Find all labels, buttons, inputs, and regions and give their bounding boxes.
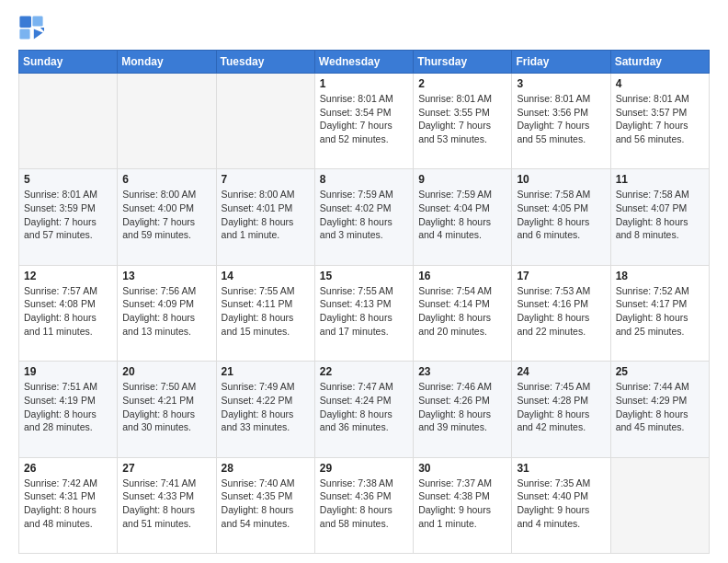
calendar-cell: 25Sunrise: 7:44 AM Sunset: 4:29 PM Dayli… [610, 362, 709, 457]
day-number: 31 [517, 462, 605, 475]
calendar-cell: 24Sunrise: 7:45 AM Sunset: 4:28 PM Dayli… [512, 362, 610, 457]
day-of-week-header: Tuesday [216, 51, 314, 74]
day-number: 13 [122, 270, 210, 282]
page: SundayMondayTuesdayWednesdayThursdayFrid… [0, 0, 728, 563]
calendar-cell: 21Sunrise: 7:49 AM Sunset: 4:22 PM Dayli… [216, 362, 314, 457]
day-number: 2 [418, 77, 506, 90]
calendar-cell: 11Sunrise: 7:58 AM Sunset: 4:07 PM Dayli… [610, 169, 709, 265]
calendar-cell: 8Sunrise: 7:59 AM Sunset: 4:02 PM Daylig… [314, 169, 413, 265]
calendar-cell: 14Sunrise: 7:55 AM Sunset: 4:11 PM Dayli… [216, 265, 314, 361]
calendar-cell: 19Sunrise: 7:51 AM Sunset: 4:19 PM Dayli… [19, 362, 118, 457]
day-info: Sunrise: 8:01 AM Sunset: 3:55 PM Dayligh… [418, 92, 506, 146]
day-info: Sunrise: 7:54 AM Sunset: 4:14 PM Dayligh… [418, 284, 506, 339]
day-number: 17 [517, 270, 605, 282]
day-number: 8 [320, 173, 408, 186]
day-info: Sunrise: 7:58 AM Sunset: 4:07 PM Dayligh… [616, 188, 704, 242]
day-info: Sunrise: 7:52 AM Sunset: 4:17 PM Dayligh… [616, 284, 704, 339]
calendar-cell: 9Sunrise: 7:59 AM Sunset: 4:04 PM Daylig… [414, 169, 512, 265]
day-info: Sunrise: 7:46 AM Sunset: 4:26 PM Dayligh… [418, 380, 506, 434]
day-info: Sunrise: 7:47 AM Sunset: 4:24 PM Dayligh… [320, 380, 408, 434]
calendar-cell: 22Sunrise: 7:47 AM Sunset: 4:24 PM Dayli… [314, 362, 413, 457]
calendar-cell: 4Sunrise: 8:01 AM Sunset: 3:57 PM Daylig… [610, 74, 709, 169]
header [18, 15, 710, 40]
logo-icon [18, 15, 44, 40]
day-number: 11 [616, 173, 704, 186]
calendar-cell: 3Sunrise: 8:01 AM Sunset: 3:56 PM Daylig… [512, 74, 610, 169]
calendar-body: 1Sunrise: 8:01 AM Sunset: 3:54 PM Daylig… [19, 74, 710, 554]
day-info: Sunrise: 7:37 AM Sunset: 4:38 PM Dayligh… [418, 477, 506, 531]
day-number: 30 [418, 462, 506, 475]
day-info: Sunrise: 8:01 AM Sunset: 3:59 PM Dayligh… [24, 188, 112, 242]
calendar-cell: 30Sunrise: 7:37 AM Sunset: 4:38 PM Dayli… [414, 457, 512, 553]
day-info: Sunrise: 7:55 AM Sunset: 4:13 PM Dayligh… [320, 284, 408, 339]
day-info: Sunrise: 7:42 AM Sunset: 4:31 PM Dayligh… [24, 477, 112, 531]
calendar-cell: 12Sunrise: 7:57 AM Sunset: 4:08 PM Dayli… [19, 265, 118, 361]
svg-rect-2 [32, 16, 42, 26]
day-of-week-header: Monday [118, 51, 216, 74]
calendar-cell: 26Sunrise: 7:42 AM Sunset: 4:31 PM Dayli… [19, 457, 118, 553]
day-number: 4 [616, 77, 704, 90]
day-number: 28 [222, 462, 310, 475]
calendar-table: SundayMondayTuesdayWednesdayThursdayFrid… [18, 50, 710, 554]
calendar-cell: 31Sunrise: 7:35 AM Sunset: 4:40 PM Dayli… [512, 457, 610, 553]
day-number: 7 [222, 173, 310, 186]
day-number: 3 [517, 77, 605, 90]
day-info: Sunrise: 7:50 AM Sunset: 4:21 PM Dayligh… [122, 380, 210, 434]
day-number: 29 [320, 462, 408, 475]
calendar-cell: 18Sunrise: 7:52 AM Sunset: 4:17 PM Dayli… [610, 265, 709, 361]
day-of-week-header: Sunday [19, 51, 118, 74]
calendar-cell: 15Sunrise: 7:55 AM Sunset: 4:13 PM Dayli… [314, 265, 413, 361]
calendar-cell: 7Sunrise: 8:00 AM Sunset: 4:01 PM Daylig… [216, 169, 314, 265]
calendar-cell: 27Sunrise: 7:41 AM Sunset: 4:33 PM Dayli… [118, 457, 216, 553]
day-number: 16 [418, 270, 506, 282]
calendar-week-row: 5Sunrise: 8:01 AM Sunset: 3:59 PM Daylig… [19, 169, 710, 265]
day-number: 14 [222, 270, 310, 282]
calendar-week-row: 1Sunrise: 8:01 AM Sunset: 3:54 PM Daylig… [19, 74, 710, 169]
calendar-cell: 20Sunrise: 7:50 AM Sunset: 4:21 PM Dayli… [118, 362, 216, 457]
day-number: 23 [418, 365, 506, 378]
day-info: Sunrise: 7:41 AM Sunset: 4:33 PM Dayligh… [122, 477, 210, 531]
day-info: Sunrise: 7:55 AM Sunset: 4:11 PM Dayligh… [222, 284, 310, 339]
calendar-cell [19, 74, 118, 169]
day-info: Sunrise: 7:53 AM Sunset: 4:16 PM Dayligh… [517, 284, 605, 339]
day-info: Sunrise: 7:59 AM Sunset: 4:02 PM Dayligh… [320, 188, 408, 242]
svg-marker-5 [40, 28, 44, 31]
calendar-cell: 17Sunrise: 7:53 AM Sunset: 4:16 PM Dayli… [512, 265, 610, 361]
calendar-cell [118, 74, 216, 169]
day-info: Sunrise: 7:45 AM Sunset: 4:28 PM Dayligh… [517, 380, 605, 434]
day-info: Sunrise: 7:44 AM Sunset: 4:29 PM Dayligh… [616, 380, 704, 434]
calendar-cell [610, 457, 709, 553]
day-number: 5 [24, 173, 112, 186]
day-number: 12 [24, 270, 112, 282]
calendar-cell: 5Sunrise: 8:01 AM Sunset: 3:59 PM Daylig… [19, 169, 118, 265]
day-of-week-header: Saturday [610, 51, 709, 74]
days-of-week-row: SundayMondayTuesdayWednesdayThursdayFrid… [19, 51, 710, 74]
day-of-week-header: Friday [512, 51, 610, 74]
calendar-cell: 1Sunrise: 8:01 AM Sunset: 3:54 PM Daylig… [314, 74, 413, 169]
calendar-cell: 29Sunrise: 7:38 AM Sunset: 4:36 PM Dayli… [314, 457, 413, 553]
day-number: 9 [418, 173, 506, 186]
day-info: Sunrise: 7:35 AM Sunset: 4:40 PM Dayligh… [517, 477, 605, 531]
day-info: Sunrise: 7:40 AM Sunset: 4:35 PM Dayligh… [222, 477, 310, 531]
day-number: 27 [122, 462, 210, 475]
day-number: 24 [517, 365, 605, 378]
day-info: Sunrise: 7:49 AM Sunset: 4:22 PM Dayligh… [222, 380, 310, 434]
svg-marker-4 [34, 29, 43, 39]
day-number: 25 [616, 365, 704, 378]
calendar-cell: 13Sunrise: 7:56 AM Sunset: 4:09 PM Dayli… [118, 265, 216, 361]
day-of-week-header: Thursday [414, 51, 512, 74]
day-number: 18 [616, 270, 704, 282]
calendar-header: SundayMondayTuesdayWednesdayThursdayFrid… [19, 51, 710, 74]
day-number: 22 [320, 365, 408, 378]
day-number: 15 [320, 270, 408, 282]
calendar-cell: 2Sunrise: 8:01 AM Sunset: 3:55 PM Daylig… [414, 74, 512, 169]
day-of-week-header: Wednesday [314, 51, 413, 74]
calendar-cell: 28Sunrise: 7:40 AM Sunset: 4:35 PM Dayli… [216, 457, 314, 553]
day-info: Sunrise: 8:01 AM Sunset: 3:54 PM Dayligh… [320, 92, 408, 146]
day-info: Sunrise: 8:00 AM Sunset: 4:00 PM Dayligh… [122, 188, 210, 242]
day-number: 21 [222, 365, 310, 378]
day-number: 1 [320, 77, 408, 90]
svg-rect-1 [19, 16, 31, 28]
day-info: Sunrise: 8:01 AM Sunset: 3:57 PM Dayligh… [616, 92, 704, 146]
calendar-cell: 6Sunrise: 8:00 AM Sunset: 4:00 PM Daylig… [118, 169, 216, 265]
